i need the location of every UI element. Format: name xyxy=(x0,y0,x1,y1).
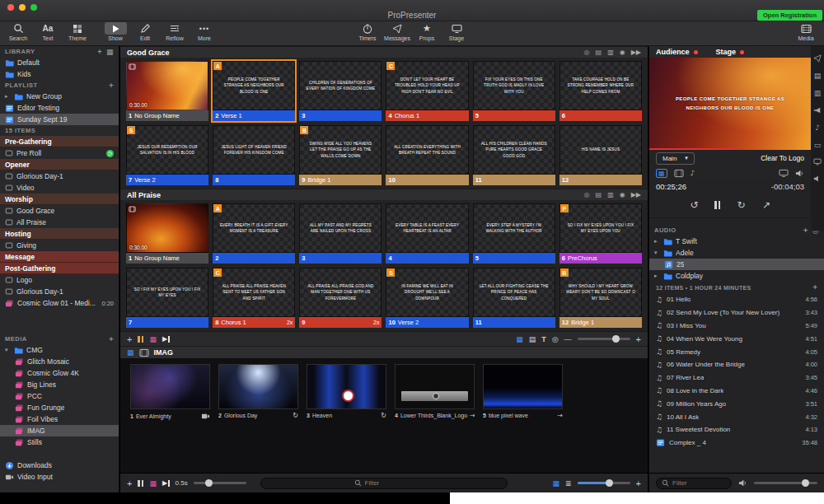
list-item-foil-vibes[interactable]: Foil Vibes xyxy=(0,413,119,425)
audio-track-row[interactable]: ♫11 Sweetest Devotion4:13 xyxy=(649,423,824,436)
send-icon[interactable] xyxy=(813,54,822,63)
close-window-button[interactable] xyxy=(7,4,14,11)
eye-icon[interactable]: ◉ xyxy=(620,191,625,198)
slide-cell[interactable]: EVERY TABLE IS A FEAST EVERY HEARTBEAT I… xyxy=(386,203,468,264)
stage-label[interactable]: Stage xyxy=(716,48,737,56)
edit-button[interactable]: Edit xyxy=(130,21,160,46)
media-clip[interactable]: 2Glorious Day↻ xyxy=(218,364,298,419)
slide-cell[interactable]: FIX YOUR EYES ON THIS ONE TRUTH GOD IS M… xyxy=(473,61,555,121)
audio-track-row[interactable]: ♫03 I Miss You5:49 xyxy=(649,320,824,333)
megaphone-icon[interactable] xyxy=(813,106,822,114)
slide-cell[interactable]: EVERY BREATH IT IS A GIFT EVERY MOMENT I… xyxy=(213,203,295,264)
zoom-window-button[interactable] xyxy=(30,4,37,11)
list-item-big-lines[interactable]: Big Lines xyxy=(0,379,119,390)
output-select-dropdown[interactable]: Main▾ xyxy=(656,152,695,165)
layers-icon[interactable]: ▥ xyxy=(814,89,822,97)
list-item-25[interactable]: 25 xyxy=(649,259,824,270)
list-item-glorious-day-1[interactable]: Glorious Day-1 xyxy=(0,170,119,182)
schedule-section-header[interactable]: Pre-Gathering xyxy=(0,136,119,147)
audio-track-row[interactable]: ♫04 When We Were Young4:51 xyxy=(649,332,824,345)
bin-grid-view-icon[interactable]: ▦ xyxy=(553,479,560,488)
disclosure-triangle-icon[interactable]: ▸ xyxy=(654,238,660,245)
schedule-section-header[interactable]: Opener xyxy=(0,159,119,170)
skip-back-icon[interactable]: ↺ xyxy=(690,199,698,211)
list-item-downloads[interactable]: Downloads xyxy=(0,460,119,471)
grid-view-icon[interactable]: ▦ xyxy=(516,335,523,343)
slide-cell[interactable]: JESUS OUR REDEMPTION OUR SALVATION IS IN… xyxy=(126,125,208,185)
text-button[interactable]: Aa Text xyxy=(33,21,63,46)
media-strip-icon[interactable]: ▤ xyxy=(596,191,602,198)
schedule-section-header[interactable]: Hosting xyxy=(0,228,119,240)
list-item-editor-testing[interactable]: Editor Testing xyxy=(0,102,119,114)
media-clip[interactable]: 4Lower Thirds_Blank_Logo→ xyxy=(395,364,475,419)
list-item-logo[interactable]: Logo xyxy=(0,274,119,286)
audio-track-row[interactable]: ♫01 Hello4:56 xyxy=(649,293,824,306)
slide-cell[interactable]: 0:30.001No Group Name xyxy=(126,61,208,121)
list-item-giving[interactable]: Giving xyxy=(0,240,119,251)
list-item-pcc[interactable]: PCC xyxy=(0,390,119,402)
looks-icon[interactable]: ▤ xyxy=(814,72,822,80)
list-item-glitch-mosaic[interactable]: Glitch Mosaic xyxy=(0,356,119,367)
skip-next-icon[interactable]: ▶▶ xyxy=(631,191,641,198)
media-button[interactable]: Media xyxy=(791,21,821,46)
notes-icon[interactable]: ♪ xyxy=(815,124,820,132)
skip-next-icon[interactable]: ▶▶ xyxy=(631,49,641,56)
slide-cell[interactable]: LET ALL OUR FIGHTING CEASE THE PRINCE OF… xyxy=(473,268,555,328)
messages-button[interactable]: Messages xyxy=(382,21,412,46)
audio-volume-icon[interactable] xyxy=(738,478,747,488)
stage-monitor-icon[interactable] xyxy=(779,169,789,178)
list-item-glorious-day-1[interactable]: Glorious Day-1 xyxy=(0,286,119,297)
stage-button[interactable]: Stage xyxy=(442,21,471,46)
bin-grid-icon[interactable]: ▦ xyxy=(127,348,134,357)
media-filter-input[interactable] xyxy=(365,479,414,487)
audio-track-row[interactable]: ♫07 River Lea3:45 xyxy=(649,371,824,385)
thumbnail-size-slider[interactable] xyxy=(578,338,630,340)
preview-quality-icon[interactable]: ◎ xyxy=(552,335,559,343)
bin-add-icon[interactable]: + xyxy=(127,478,132,488)
list-item-cmg[interactable]: ▾CMG xyxy=(0,344,119,356)
pause-icon[interactable] xyxy=(714,201,720,209)
list-item-cosmic-glow-01-medi-[interactable]: Cosmic Glow 01 - Medi...0:20 xyxy=(0,297,119,309)
reflow-button[interactable]: Reflow xyxy=(160,21,190,46)
audio-track-row[interactable]: ♫08 Love in the Dark4:46 xyxy=(649,385,824,398)
audio-filter-input[interactable] xyxy=(672,479,722,487)
list-item-fun-grunge[interactable]: Fun Grunge xyxy=(0,402,119,413)
skip-next-icon[interactable]: ▶ xyxy=(162,335,170,343)
schedule-section-header[interactable]: Worship xyxy=(0,194,119,205)
slide-cell[interactable]: WHY SHOULD I MY HEART GROW WEARY DON'T B… xyxy=(559,268,642,328)
disclosure-triangle-icon[interactable]: ▾ xyxy=(5,347,11,353)
audio-track-row[interactable]: ♫05 Remedy4:05 xyxy=(649,345,824,358)
go-to-end-icon[interactable]: → xyxy=(759,198,773,212)
slide-cell[interactable]: ALL MY PAST AND MY REGRETS ARE NAILED UP… xyxy=(299,203,382,264)
slide-cell[interactable]: 0:30.001No Group Name xyxy=(126,203,208,264)
add-audio-icon[interactable]: + xyxy=(803,226,808,235)
library-view-icon[interactable]: ▦ xyxy=(106,48,114,56)
list-item-new-group[interactable]: ▸New Group xyxy=(0,91,119,102)
bin-playlist-icon[interactable]: ▦ xyxy=(149,479,157,488)
list-item-video-input[interactable]: Video Input xyxy=(0,471,119,483)
slide-layer-icon[interactable]: ▦ xyxy=(656,169,667,178)
minimize-window-button[interactable] xyxy=(19,4,26,11)
list-item-video[interactable]: Video xyxy=(0,182,119,194)
list-item-imag[interactable]: IMAG xyxy=(0,425,119,436)
clear-to-logo-button[interactable]: Clear To Logo xyxy=(761,154,804,162)
list-item-t-swift[interactable]: ▸T Swift xyxy=(649,236,824,247)
audio-layer-icon[interactable]: ♪ xyxy=(691,169,695,177)
media-clip[interactable]: 1Ever Almighty xyxy=(130,364,210,421)
bin-size-slider[interactable] xyxy=(578,482,630,484)
pause-playlist-icon[interactable] xyxy=(138,336,143,343)
slide-cell[interactable]: JESUS LIGHT OF HEAVEN FRIEND FOREVER HIS… xyxy=(213,125,295,185)
theme-button[interactable]: Theme xyxy=(63,21,92,46)
slide-cell[interactable]: CHILDREN OF GENERATIONS OF EVERY NATION … xyxy=(299,61,382,121)
list-item-kids[interactable]: Kids xyxy=(0,68,119,80)
transition-duration[interactable]: 0.5s xyxy=(176,479,188,487)
slide-strip-icon[interactable]: ▭ xyxy=(814,141,822,149)
bin-pause-icon[interactable] xyxy=(138,480,143,487)
zoom-out-icon[interactable]: — xyxy=(564,335,572,343)
media-layer-icon[interactable] xyxy=(674,169,684,178)
audio-track-row[interactable]: Complex _ 435:48 xyxy=(649,436,824,450)
audio-items-add-icon[interactable]: + xyxy=(812,283,817,292)
strip-speaker-icon[interactable] xyxy=(813,175,822,183)
list-item-cosmic-glow-4k[interactable]: Cosmic Glow 4K xyxy=(0,367,119,379)
disclosure-triangle-icon[interactable]: ▸ xyxy=(5,93,11,100)
